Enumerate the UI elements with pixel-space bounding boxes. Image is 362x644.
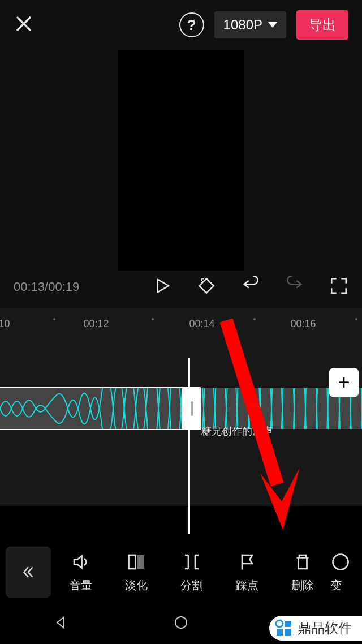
- ruler-tick: 0:10: [0, 318, 10, 330]
- redo-button[interactable]: [285, 276, 304, 298]
- chevron-down-icon: [268, 22, 277, 28]
- ruler-dot: [152, 318, 154, 320]
- svg-point-2: [333, 554, 348, 569]
- circle-icon: [173, 614, 189, 631]
- export-label: 导出: [309, 17, 336, 32]
- keyframe-icon: [197, 276, 216, 295]
- video-canvas[interactable]: [118, 50, 244, 271]
- volume-icon: [71, 552, 91, 572]
- resolution-dropdown[interactable]: 1080P: [214, 11, 286, 38]
- ruler-dot: [253, 318, 256, 320]
- svg-rect-7: [277, 629, 283, 636]
- tool-beat[interactable]: 踩点: [219, 552, 275, 593]
- trash-icon: [292, 552, 313, 572]
- header-bar: ? 1080P 导出: [0, 0, 362, 50]
- tool-split[interactable]: 分割: [164, 552, 219, 593]
- play-button[interactable]: [153, 276, 172, 298]
- close-button[interactable]: [14, 14, 34, 36]
- ruler-dot: [355, 318, 357, 320]
- playback-controls: 00:13/00:19: [0, 271, 362, 308]
- tool-delete[interactable]: 删除: [275, 552, 330, 593]
- nav-home[interactable]: [173, 614, 189, 633]
- tool-speed[interactable]: 变: [330, 552, 353, 593]
- audio-track[interactable]: 糖兄创作的原声: [0, 358, 362, 482]
- logo-icon: [274, 618, 294, 638]
- svg-rect-0: [129, 555, 136, 569]
- clip-selection[interactable]: [0, 387, 189, 430]
- play-icon: [153, 276, 172, 295]
- bottom-toolbar: 音量 淡化 分割 踩点 删除 变: [0, 541, 362, 603]
- watermark: 鼎品软件: [269, 616, 362, 641]
- question-icon: ?: [187, 16, 196, 34]
- watermark-text: 鼎品软件: [298, 619, 352, 637]
- triangle-left-icon: [52, 614, 69, 631]
- add-clip-button[interactable]: +: [329, 368, 359, 397]
- tool-volume[interactable]: 音量: [53, 552, 109, 593]
- export-button[interactable]: 导出: [296, 10, 348, 40]
- fade-icon: [126, 552, 146, 572]
- clip-handle[interactable]: [182, 387, 201, 430]
- split-icon: [182, 552, 202, 572]
- ruler-dot: [53, 318, 55, 320]
- svg-point-5: [276, 620, 283, 627]
- fullscreen-icon: [329, 276, 348, 295]
- close-icon: [14, 14, 34, 34]
- fullscreen-button[interactable]: [329, 276, 348, 298]
- undo-icon: [241, 276, 260, 295]
- video-preview: [0, 50, 362, 271]
- header-actions: ? 1080P 导出: [179, 10, 348, 40]
- timeline[interactable]: 0:10 00:12 00:14 00:16 糖兄创作的原声: [0, 308, 362, 506]
- flag-icon: [237, 552, 257, 572]
- ruler-tick: 00:14: [189, 318, 214, 330]
- chevron-double-left-icon: [20, 564, 37, 581]
- svg-point-3: [175, 617, 187, 628]
- undo-button[interactable]: [241, 276, 260, 298]
- svg-rect-1: [137, 555, 144, 569]
- svg-rect-8: [285, 629, 291, 636]
- redo-icon: [285, 276, 304, 295]
- back-button[interactable]: [6, 547, 51, 598]
- help-button[interactable]: ?: [179, 12, 204, 37]
- playhead[interactable]: [188, 358, 190, 534]
- tool-fade[interactable]: 淡化: [109, 552, 164, 593]
- nav-back[interactable]: [52, 614, 69, 633]
- clip-title: 糖兄创作的原声: [201, 424, 273, 438]
- resolution-label: 1080P: [223, 17, 262, 33]
- tool-items: 音量 淡化 分割 踩点 删除 变: [53, 552, 362, 593]
- time-ruler: 0:10 00:12 00:14 00:16: [0, 312, 362, 335]
- plus-icon: +: [338, 371, 350, 394]
- keyframe-button[interactable]: [197, 276, 216, 298]
- ruler-tick: 00:12: [83, 318, 109, 330]
- ruler-tick: 00:16: [290, 318, 316, 330]
- time-display: 00:13/00:19: [14, 280, 153, 294]
- speed-icon: [330, 552, 351, 572]
- svg-rect-6: [285, 621, 291, 627]
